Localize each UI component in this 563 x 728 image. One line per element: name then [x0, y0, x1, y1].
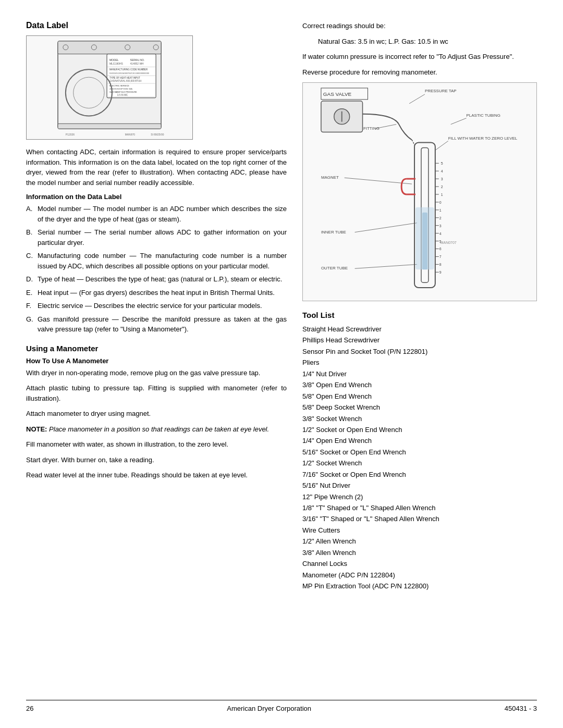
list-item-g: G. Gas manifold pressure — Describe the … — [26, 314, 287, 335]
svg-text:MANUFACTURING CODE NUMBER: MANUFACTURING CODE NUMBER — [109, 68, 148, 71]
data-label-diagram: MODEL SERIAL NO. MLG190HS 414852 WH MANU… — [26, 35, 193, 140]
tool-item-6: 5/8" Open End Wrench — [302, 391, 537, 402]
tool-item-10: 1/4" Open End Wrench — [302, 435, 537, 446]
tool-item-13: 7/16" Socket or Open End Wrench — [302, 469, 537, 480]
info-list: A. Model number — The model number is an… — [26, 204, 287, 335]
tool-item-1: Phillips Head Screwdriver — [302, 335, 537, 346]
manometer-para-fill: Fill manometer with water, as shown in i… — [26, 439, 287, 450]
tool-item-18: Wire Cutters — [302, 525, 537, 536]
svg-line-45 — [355, 223, 417, 232]
tool-item-21: Channel Locks — [302, 558, 537, 569]
tool-item-4: 1/4" Nut Driver — [302, 368, 537, 379]
manometer-para-2: Attach plastic tubing to pressure tap. F… — [26, 383, 287, 403]
info-heading: Information on the Data Label — [26, 193, 287, 201]
intro-paragraph: When contacting ADC, certain information… — [26, 147, 287, 188]
manometer-para-1: With dryer in non-operating mode, remove… — [26, 368, 287, 378]
tool-item-22: Manometer (ADC P/N 122804) — [302, 570, 537, 581]
list-item-b: B. Serial number — The serial number all… — [26, 227, 287, 248]
list-letter-b: B. — [26, 227, 38, 248]
company-name: American Dryer Corporation — [227, 705, 311, 712]
list-item-e: E. Heat input — (For gas dryers) describ… — [26, 288, 287, 298]
tool-item-23: MP Pin Extraction Tool (ADC P/N 122800) — [302, 581, 537, 591]
reverse-procedure-text: Reverse procedure for removing manometer… — [302, 67, 537, 78]
svg-text:208V/60HZ/3PH/3W  28A: 208V/60HZ/3PH/3W 28A — [109, 88, 132, 90]
svg-text:5: 5 — [439, 240, 442, 243]
tool-item-12: 1/2" Socket Wrench — [302, 458, 537, 468]
svg-text:SERIAL NO.: SERIAL NO. — [130, 59, 145, 61]
tool-item-9: 1/2" Socket or Open End Wrench — [302, 424, 537, 435]
tool-item-8: 3/8" Socket Wrench — [302, 413, 537, 424]
svg-text:3: 3 — [439, 224, 442, 228]
svg-text:MAGNET: MAGNET — [321, 175, 339, 180]
svg-text:9: 9 — [439, 270, 442, 274]
tool-item-20: 3/8" Allen Wrench — [302, 547, 537, 558]
manometer-diagram: GAS VALVE PRESSURE TAP PLASTIC TUBING 1/… — [302, 82, 537, 301]
list-text-a: Model number — The model number is an AD… — [38, 204, 287, 224]
svg-text:PLASTIC TUBING: PLASTIC TUBING — [467, 113, 500, 118]
tool-item-0: Straight Head Screwdriver — [302, 324, 537, 335]
svg-text:GAS VALVE: GAS VALVE — [323, 91, 352, 97]
svg-text:GAS/NATURAL    600,000 BTUH: GAS/NATURAL 600,000 BTUH — [109, 80, 141, 82]
svg-text:MODEL: MODEL — [109, 59, 119, 61]
tool-item-16: 1/8" "T" Shaped or "L" Shaped Allen Wren… — [302, 502, 537, 513]
page-number: 26 — [26, 705, 33, 712]
svg-text:INNER TUBE: INNER TUBE — [321, 230, 346, 235]
data-label-title: Data Label — [26, 21, 287, 30]
pressure-incorrect-text: If water column pressure is incorrect re… — [302, 52, 537, 62]
list-letter-f: F. — [26, 301, 38, 311]
svg-text:4: 4 — [439, 232, 442, 236]
svg-text:7: 7 — [439, 255, 442, 258]
svg-text:TYPE OF HEAT    HEAT INPUT: TYPE OF HEAT HEAT INPUT — [109, 77, 140, 79]
svg-text:GAS MANIFOLD PRESSURE: GAS MANIFOLD PRESSURE — [109, 91, 137, 93]
svg-text:1: 1 — [441, 193, 443, 196]
svg-text:8: 8 — [439, 263, 442, 266]
manometer-para-start: Start dryer. With burner on, take a read… — [26, 455, 287, 465]
manometer-para-read: Read water level at the inner tube. Read… — [26, 470, 287, 480]
manometer-note: NOTE: Place manometer in a position so t… — [26, 424, 287, 435]
manometer-section-title: Using a Manometer — [26, 344, 287, 353]
svg-line-34 — [451, 118, 467, 125]
tool-item-5: 3/8" Open End Wrench — [302, 379, 537, 390]
tool-item-7: 5/8" Deep Socket Wrench — [302, 402, 537, 413]
tool-list-title: Tool List — [302, 311, 537, 319]
list-text-d: Type of heat — Describes the type of hea… — [38, 274, 287, 285]
correct-readings-label: Correct readings should be: — [302, 21, 537, 31]
svg-text:P12026: P12026 — [66, 133, 75, 136]
right-column: Correct readings should be: Natural Gas:… — [302, 21, 537, 689]
how-to-heading: How To Use A Manometer — [26, 357, 287, 365]
svg-rect-1 — [58, 41, 161, 54]
list-item-d: D. Type of heat — Describes the type of … — [26, 274, 287, 285]
svg-text:MAN0707: MAN0707 — [440, 241, 457, 244]
list-text-e: Heat input — (For gas dryers) describes … — [38, 288, 287, 298]
list-letter-d: D. — [26, 274, 38, 285]
list-text-g: Gas manifold pressure — Describe the man… — [38, 314, 287, 335]
svg-line-32 — [409, 94, 425, 104]
svg-text:2: 2 — [439, 216, 442, 220]
list-item-c: C. Manufacturing code number — The manuf… — [26, 251, 287, 271]
svg-text:ELECTRIC SERVICE: ELECTRIC SERVICE — [109, 84, 129, 87]
svg-text:3: 3 — [441, 177, 443, 181]
page-footer: 26 American Dryer Corporation 450431 - 3 — [26, 700, 537, 712]
svg-line-47 — [355, 264, 417, 268]
svg-text:2: 2 — [441, 185, 443, 189]
document-number: 450431 - 3 — [505, 705, 537, 712]
svg-text:3.5 IN WC: 3.5 IN WC — [117, 94, 128, 96]
svg-text:1: 1 — [439, 208, 442, 212]
svg-text:6: 6 — [439, 247, 442, 251]
tool-item-14: 5/16" Nut Driver — [302, 480, 537, 491]
list-letter-c: C. — [26, 251, 38, 271]
svg-text:910016513015408379ZCK119000000: 910016513015408379ZCK1190000000000 — [109, 72, 150, 75]
tool-item-2: Sensor Pin and Socket Tool (P/N 122801) — [302, 346, 537, 357]
list-letter-a: A. — [26, 204, 38, 224]
tool-item-15: 12" Pipe Wrench (2) — [302, 491, 537, 502]
left-column: Data Label MODEL SERIAL — [26, 21, 287, 689]
tool-item-11: 5/16" Socket or Open End Wrench — [302, 447, 537, 458]
manometer-para-3: Attach manometer to dryer using magnet. — [26, 409, 287, 419]
tool-item-19: 1/2" Allen Wrench — [302, 536, 537, 547]
svg-text:5: 5 — [441, 162, 443, 165]
main-content: Data Label MODEL SERIAL — [26, 21, 537, 689]
list-text-f: Electric service — Describes the electri… — [38, 301, 287, 311]
natural-gas-reading: Natural Gas: 3.5 in wc; L.P. Gas: 10.5 i… — [302, 36, 537, 47]
svg-text:MLG190HS: MLG190HS — [109, 63, 124, 65]
tool-item-17: 3/16" "T" Shaped or "L" Shaped Allen Wre… — [302, 513, 537, 524]
